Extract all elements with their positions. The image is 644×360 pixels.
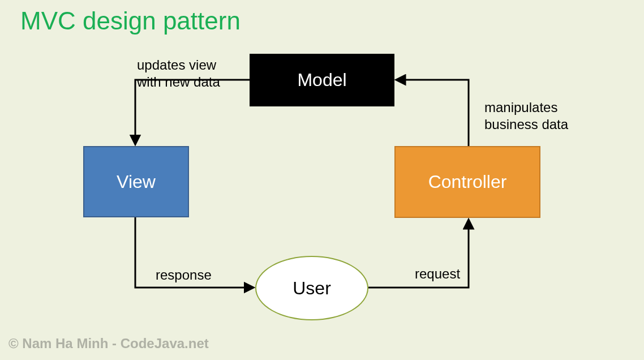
arrow-controller-to-model [397,80,469,146]
footer-credit: © Nam Ha Minh - CodeJava.net [8,336,209,352]
edge-label-view-to-user: response [156,267,212,284]
node-user-label: User [293,278,331,299]
edge-label-controller-to-model: manipulatesbusiness data [484,99,568,133]
node-view-label: View [117,172,156,192]
node-user: User [255,256,368,320]
page-title: MVC design pattern [20,7,241,35]
node-controller-label: Controller [428,172,507,192]
node-view: View [83,146,189,217]
edge-label-model-to-view: updates viewwith new data [137,57,220,91]
node-model: Model [250,54,394,106]
node-controller: Controller [394,146,540,218]
edge-label-user-to-controller: request [415,265,460,282]
node-model-label: Model [297,70,346,91]
